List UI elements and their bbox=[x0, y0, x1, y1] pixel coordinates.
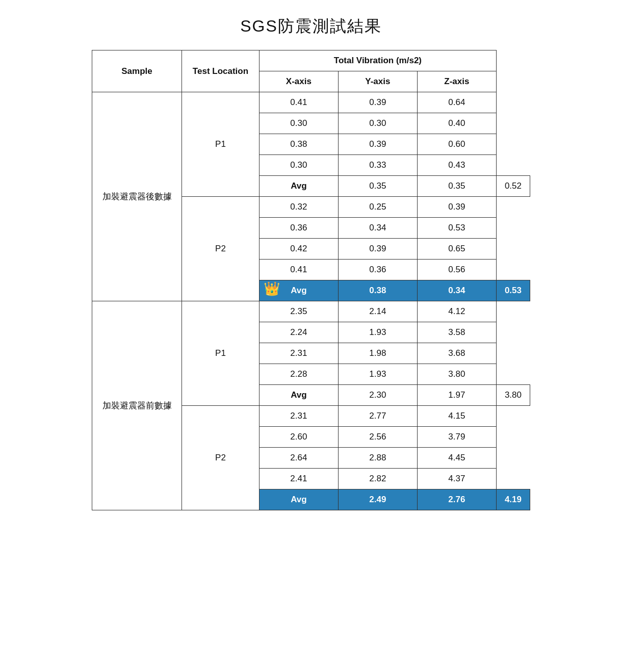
sample-label: 加裝避震器前數據 bbox=[92, 301, 182, 510]
value-y: 2.77 bbox=[338, 406, 417, 427]
col-y-header: Y-axis bbox=[338, 71, 417, 92]
value-z: 4.45 bbox=[417, 448, 496, 469]
location-cell: P2 bbox=[182, 197, 260, 301]
value-y: 0.39 bbox=[338, 92, 417, 113]
value-y: 1.93 bbox=[338, 322, 417, 343]
value-x: 0.42 bbox=[259, 239, 338, 260]
value-z: 0.40 bbox=[417, 113, 496, 134]
crown-icon: 👑 bbox=[264, 281, 280, 297]
location-cell: P1 bbox=[182, 92, 260, 197]
page-title: SGS防震測試結果 bbox=[240, 15, 382, 38]
value-x: 0.36 bbox=[259, 218, 338, 239]
value-x: 0.38 bbox=[259, 134, 338, 155]
value-z: 4.12 bbox=[417, 301, 496, 322]
value-x: 0.30 bbox=[259, 155, 338, 176]
value-x: 0.41 bbox=[259, 92, 338, 113]
avg-value-z: 0.53 bbox=[496, 280, 530, 301]
value-x: 2.60 bbox=[259, 427, 338, 448]
col-sample-header: Sample bbox=[92, 50, 182, 92]
value-y: 0.30 bbox=[338, 113, 417, 134]
value-x: 2.41 bbox=[259, 469, 338, 489]
value-z: 0.53 bbox=[417, 218, 496, 239]
location-cell: P1 bbox=[182, 301, 260, 406]
avg-value-x: 0.35 bbox=[338, 176, 417, 197]
avg-value-z: 0.52 bbox=[496, 176, 530, 197]
value-y: 0.25 bbox=[338, 197, 417, 218]
col-x-header: X-axis bbox=[259, 71, 338, 92]
value-y: 2.14 bbox=[338, 301, 417, 322]
sample-label: 加裝避震器後數據 bbox=[92, 92, 182, 301]
avg-value-x: 2.30 bbox=[338, 385, 417, 406]
avg-value-z: 4.19 bbox=[496, 489, 530, 510]
value-y: 0.36 bbox=[338, 260, 417, 280]
value-x: 0.41 bbox=[259, 260, 338, 280]
table-row: 加裝避震器前數據P12.352.144.12 bbox=[92, 301, 530, 322]
value-z: 0.64 bbox=[417, 92, 496, 113]
value-y: 1.98 bbox=[338, 343, 417, 364]
value-x: 0.30 bbox=[259, 113, 338, 134]
value-x: 0.32 bbox=[259, 197, 338, 218]
value-z: 0.43 bbox=[417, 155, 496, 176]
avg-value-y: 0.35 bbox=[417, 176, 496, 197]
avg-label: Avg bbox=[259, 385, 338, 406]
value-z: 3.80 bbox=[417, 364, 496, 385]
avg-value-y: 2.76 bbox=[417, 489, 496, 510]
value-z: 3.79 bbox=[417, 427, 496, 448]
value-y: 2.56 bbox=[338, 427, 417, 448]
value-z: 0.39 bbox=[417, 197, 496, 218]
value-z: 3.68 bbox=[417, 343, 496, 364]
value-y: 0.39 bbox=[338, 239, 417, 260]
value-z: 0.60 bbox=[417, 134, 496, 155]
value-y: 0.33 bbox=[338, 155, 417, 176]
value-x: 2.31 bbox=[259, 343, 338, 364]
value-y: 2.88 bbox=[338, 448, 417, 469]
avg-value-y: 1.97 bbox=[417, 385, 496, 406]
col-vibration-header: Total Vibration (m/s2) bbox=[259, 50, 496, 71]
value-y: 1.93 bbox=[338, 364, 417, 385]
avg-value-x: 2.49 bbox=[338, 489, 417, 510]
value-y: 2.82 bbox=[338, 469, 417, 489]
col-location-header: Test Location bbox=[182, 50, 260, 92]
main-table: Sample Test Location Total Vibration (m/… bbox=[92, 50, 530, 510]
avg-label: 👑Avg bbox=[259, 280, 338, 301]
value-z: 4.37 bbox=[417, 469, 496, 489]
avg-label: Avg bbox=[259, 176, 338, 197]
value-z: 0.65 bbox=[417, 239, 496, 260]
value-z: 4.15 bbox=[417, 406, 496, 427]
value-x: 2.64 bbox=[259, 448, 338, 469]
value-y: 0.34 bbox=[338, 218, 417, 239]
value-x: 2.31 bbox=[259, 406, 338, 427]
avg-value-y: 0.34 bbox=[417, 280, 496, 301]
avg-value-x: 0.38 bbox=[338, 280, 417, 301]
avg-value-z: 3.80 bbox=[496, 385, 530, 406]
location-cell: P2 bbox=[182, 406, 260, 510]
table-row: 加裝避震器後數據P10.410.390.64 bbox=[92, 92, 530, 113]
value-x: 2.24 bbox=[259, 322, 338, 343]
value-x: 2.35 bbox=[259, 301, 338, 322]
col-z-header: Z-axis bbox=[417, 71, 496, 92]
value-y: 0.39 bbox=[338, 134, 417, 155]
value-z: 0.56 bbox=[417, 260, 496, 280]
value-z: 3.58 bbox=[417, 322, 496, 343]
value-x: 2.28 bbox=[259, 364, 338, 385]
avg-label: Avg bbox=[259, 489, 338, 510]
